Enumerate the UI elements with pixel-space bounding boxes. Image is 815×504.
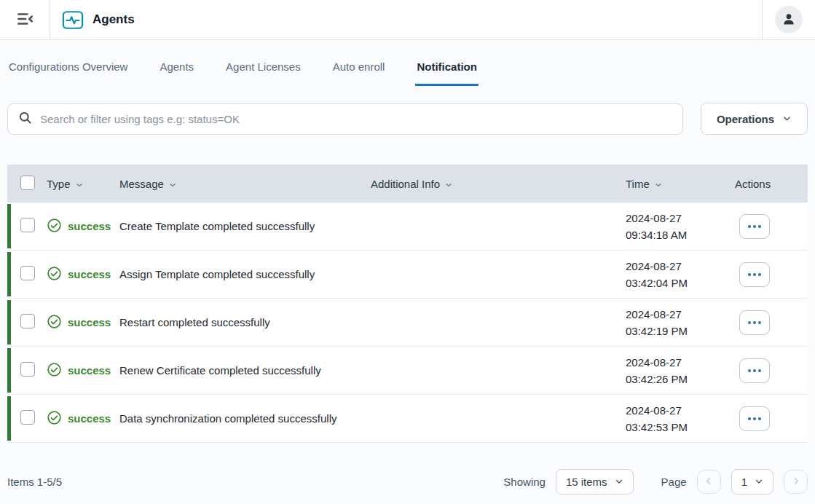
tab-agents[interactable]: Agents [158, 55, 195, 86]
status-badge: success [68, 268, 111, 280]
status-badge: success [68, 412, 111, 425]
row-date-value: 2024-08-27 [626, 402, 735, 419]
column-header-type[interactable]: Type [47, 177, 119, 191]
row-type-cell: success [47, 218, 119, 235]
row-checkbox-cell [13, 218, 47, 235]
row-message: Assign Template completed successfully [119, 268, 371, 280]
select-row-checkbox[interactable] [20, 410, 35, 425]
tab-bar: Configurations Overview Agents Agent Lic… [0, 55, 815, 86]
row-checkbox-cell [13, 362, 47, 379]
row-actions-button[interactable] [739, 214, 770, 239]
current-page-value: 1 [741, 476, 747, 488]
column-header-message-label: Message [119, 178, 164, 190]
row-actions-button[interactable] [739, 310, 770, 335]
ellipsis-icon [748, 369, 761, 372]
tab-auto-enroll[interactable]: Auto enroll [331, 55, 387, 86]
chevron-down-icon [782, 113, 792, 125]
row-time-value: 03:42:53 PM [626, 419, 735, 436]
select-row-checkbox[interactable] [20, 218, 35, 232]
operations-button[interactable]: Operations [701, 103, 808, 135]
column-header-time[interactable]: Time [626, 177, 735, 191]
row-type-cell: success [47, 266, 119, 283]
next-page-button[interactable] [784, 470, 808, 494]
page-label: Page [661, 476, 687, 488]
row-actions-cell [735, 214, 808, 239]
column-header-actions: Actions [735, 178, 808, 190]
column-header-additional-info-label: Additional Info [371, 178, 440, 190]
row-actions-cell [735, 310, 808, 335]
header-checkbox-cell [13, 176, 47, 192]
user-menu-button[interactable] [775, 6, 803, 34]
row-date-value: 2024-08-27 [626, 258, 735, 275]
check-circle-icon [47, 410, 62, 428]
select-row-checkbox[interactable] [20, 314, 35, 328]
search-input[interactable] [40, 113, 672, 125]
ellipsis-icon [748, 321, 761, 324]
column-header-additional-info[interactable]: Additional Info [371, 177, 626, 191]
check-circle-icon [47, 266, 62, 283]
sort-arrow-icon [169, 177, 176, 191]
table-row: success Data synchronization completed s… [7, 395, 808, 443]
row-message: Restart completed successfully [119, 316, 371, 328]
page-navigation-group: Page 1 [661, 469, 808, 495]
page-number-select[interactable]: 1 [731, 469, 773, 495]
previous-page-button[interactable] [697, 470, 721, 494]
menu-toggle-button[interactable] [0, 0, 50, 39]
agents-app-icon [62, 10, 84, 30]
row-time: 2024-08-27 03:42:19 PM [626, 306, 735, 339]
showing-label: Showing [503, 476, 546, 488]
row-date-value: 2024-08-27 [626, 306, 735, 323]
check-circle-icon [47, 218, 62, 235]
ellipsis-icon [748, 273, 761, 276]
column-header-actions-label: Actions [735, 178, 771, 190]
check-circle-icon [47, 362, 62, 379]
column-header-time-label: Time [626, 178, 650, 190]
tab-agent-licenses[interactable]: Agent Licenses [224, 55, 302, 86]
row-actions-button[interactable] [739, 406, 770, 431]
page-title: Agents [92, 12, 135, 27]
status-badge: success [68, 364, 111, 377]
row-time-value: 03:42:04 PM [626, 275, 735, 291]
row-type-cell: success [47, 314, 119, 331]
row-actions-button[interactable] [739, 262, 770, 287]
search-box[interactable] [7, 103, 683, 135]
row-type-cell: success [47, 362, 119, 379]
select-row-checkbox[interactable] [20, 362, 35, 377]
select-row-checkbox[interactable] [20, 266, 35, 280]
chevron-down-icon [615, 476, 623, 488]
page-size-group: Showing 15 items [503, 469, 633, 495]
row-checkbox-cell [13, 410, 47, 428]
row-time: 2024-08-27 03:42:26 PM [626, 354, 735, 387]
select-all-checkbox[interactable] [20, 176, 35, 190]
column-header-message[interactable]: Message [119, 177, 371, 191]
sort-arrow-icon [655, 177, 662, 191]
row-message: Renew Certificate completed successfully [119, 364, 371, 377]
row-checkbox-cell [13, 314, 47, 331]
page-size-value: 15 items [566, 476, 607, 488]
check-circle-icon [47, 314, 62, 331]
row-actions-cell [735, 262, 808, 287]
tab-notification[interactable]: Notification [415, 55, 479, 86]
row-message: Create Template completed successfully [119, 220, 371, 232]
table-row: success Renew Certificate completed succ… [7, 347, 808, 395]
row-type-cell: success [47, 410, 119, 428]
toolbar: Operations [0, 103, 815, 135]
row-time: 2024-08-27 03:42:53 PM [626, 402, 735, 436]
row-checkbox-cell [13, 266, 47, 283]
chevron-down-icon [755, 476, 763, 488]
row-actions-button[interactable] [739, 358, 770, 383]
tab-configurations-overview[interactable]: Configurations Overview [7, 55, 129, 86]
ellipsis-icon [748, 417, 761, 420]
table-row: success Assign Template completed succes… [7, 251, 808, 299]
page-size-select[interactable]: 15 items [556, 469, 634, 495]
user-icon [781, 12, 796, 28]
table-row: success Restart completed successfully 2… [7, 299, 808, 347]
ellipsis-icon [748, 225, 761, 228]
chevron-left-icon [704, 476, 714, 488]
row-time-value: 09:34:18 AM [626, 227, 735, 243]
top-bar: Agents [0, 0, 815, 40]
chevron-right-icon [791, 476, 800, 488]
menu-icon [15, 9, 34, 31]
row-time: 2024-08-27 03:42:04 PM [626, 258, 735, 291]
row-time: 2024-08-27 09:34:18 AM [626, 210, 735, 243]
